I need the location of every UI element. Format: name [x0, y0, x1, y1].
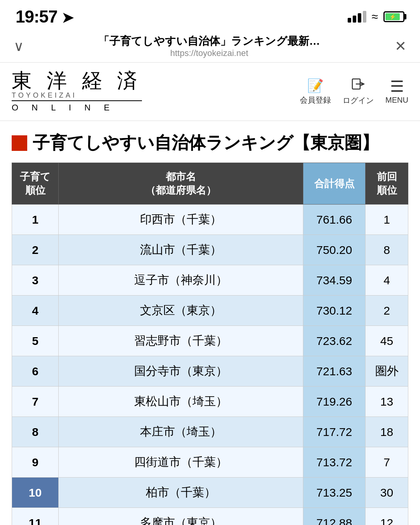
- table-row: 10柏市（千葉）713.2530: [12, 478, 408, 508]
- rank-cell: 4: [12, 296, 59, 326]
- prev-rank-cell: 7: [366, 447, 408, 478]
- table-row: 7東松山市（埼玉）719.2613: [12, 387, 408, 417]
- header-nav: 📝 会員登録 ログイン ☰ MENU: [300, 77, 408, 106]
- rank-cell: 7: [12, 387, 59, 417]
- rank-cell: 11: [12, 508, 59, 525]
- register-icon: 📝: [307, 78, 324, 93]
- prev-rank-cell: 13: [366, 387, 408, 417]
- table-row: 2流山市（千葉）750.208: [12, 235, 408, 265]
- score-cell: 719.26: [303, 387, 366, 417]
- prev-rank-cell: 45: [366, 326, 408, 356]
- logo-kanji: 東 洋 経 済: [12, 70, 142, 91]
- login-button[interactable]: ログイン: [343, 77, 374, 106]
- ranking-title: 子育てしやすい自治体ランキング【東京圏】: [12, 133, 408, 153]
- rank-cell: 8: [12, 417, 59, 447]
- col-header-rank: 子育て 順位: [12, 163, 59, 205]
- score-cell: 730.12: [303, 296, 366, 326]
- city-cell: 東松山市（埼玉）: [59, 387, 303, 417]
- article-section: 子育てしやすい自治体ランキング【東京圏】 子育て 順位 都市名 （都道府県名） …: [0, 121, 420, 525]
- prev-rank-cell: 4: [366, 265, 408, 296]
- city-cell: 文京区（東京）: [59, 296, 303, 326]
- status-time: 19:57 ➤: [16, 7, 73, 26]
- battery-icon: ⚡: [383, 11, 404, 22]
- menu-button[interactable]: ☰ MENU: [385, 79, 408, 105]
- city-cell: 本庄市（埼玉）: [59, 417, 303, 447]
- member-register-button[interactable]: 📝 会員登録: [300, 78, 331, 105]
- prev-rank-cell: 1: [366, 205, 408, 235]
- table-row: 5習志野市（千葉）723.6245: [12, 326, 408, 356]
- location-arrow-icon: ➤: [62, 10, 73, 26]
- score-cell: 761.66: [303, 205, 366, 235]
- menu-label: MENU: [385, 96, 408, 105]
- table-header-row: 子育て 順位 都市名 （都道府県名） 合計得点 前回 順位: [12, 163, 408, 205]
- score-cell: 750.20: [303, 235, 366, 265]
- table-row: 3逗子市（神奈川）734.594: [12, 265, 408, 296]
- col-header-city: 都市名 （都道府県名）: [59, 163, 303, 205]
- prev-rank-cell: 圏外: [366, 356, 408, 387]
- logo-online: O N L I N E: [12, 100, 142, 113]
- city-cell: 習志野市（千葉）: [59, 326, 303, 356]
- prev-rank-cell: 12: [366, 508, 408, 525]
- browser-url: https://toyokeizai.net: [33, 48, 385, 58]
- score-cell: 734.59: [303, 265, 366, 296]
- score-cell: 723.62: [303, 326, 366, 356]
- browser-title-area: 「子育てしやすい自治体」ランキング最新… https://toyokeizai.…: [33, 34, 385, 58]
- table-row: 4文京区（東京）730.122: [12, 296, 408, 326]
- browser-page-title: 「子育てしやすい自治体」ランキング最新…: [33, 34, 385, 48]
- battery-bolt-icon: ⚡: [389, 14, 396, 20]
- city-cell: 流山市（千葉）: [59, 235, 303, 265]
- status-bar: 19:57 ➤ ≈ ⚡: [0, 0, 420, 30]
- logo-roman: TOYOKEIZAI: [12, 91, 142, 100]
- login-icon: [352, 77, 365, 94]
- browser-back-button[interactable]: ∨: [12, 36, 26, 56]
- score-cell: 712.88: [303, 508, 366, 525]
- site-logo[interactable]: 東 洋 経 済 TOYOKEIZAI O N L I N E: [12, 70, 142, 113]
- rank-cell: 5: [12, 326, 59, 356]
- city-cell: 逗子市（神奈川）: [59, 265, 303, 296]
- prev-rank-cell: 18: [366, 417, 408, 447]
- score-cell: 721.63: [303, 356, 366, 387]
- red-square-icon: [12, 135, 27, 151]
- score-cell: 713.72: [303, 447, 366, 478]
- city-cell: 柏市（千葉）: [59, 478, 303, 508]
- city-cell: 四街道市（千葉）: [59, 447, 303, 478]
- wifi-icon: ≈: [372, 10, 378, 23]
- col-header-prev: 前回 順位: [366, 163, 408, 205]
- rank-cell: 6: [12, 356, 59, 387]
- col-header-score: 合計得点: [303, 163, 366, 205]
- status-icons: ≈ ⚡: [348, 10, 404, 23]
- prev-rank-cell: 8: [366, 235, 408, 265]
- rank-cell: 3: [12, 265, 59, 296]
- city-cell: 印西市（千葉）: [59, 205, 303, 235]
- browser-bar: ∨ 「子育てしやすい自治体」ランキング最新… https://toyokeiza…: [0, 30, 420, 63]
- browser-close-button[interactable]: ✕: [393, 36, 408, 56]
- ranking-table: 子育て 順位 都市名 （都道府県名） 合計得点 前回 順位 1印西市（千葉）76…: [12, 163, 408, 525]
- hamburger-icon: ☰: [390, 79, 404, 94]
- login-label: ログイン: [343, 95, 374, 106]
- rank-cell: 1: [12, 205, 59, 235]
- city-cell: 多摩市（東京）: [59, 508, 303, 525]
- rank-cell: 2: [12, 235, 59, 265]
- signal-bars-icon: [348, 11, 366, 23]
- rank-cell: 10: [12, 478, 59, 508]
- table-row: 1印西市（千葉）761.661: [12, 205, 408, 235]
- city-cell: 国分寺市（東京）: [59, 356, 303, 387]
- ranking-title-text: 子育てしやすい自治体ランキング【東京圏】: [33, 133, 379, 153]
- table-row: 6国分寺市（東京）721.63圏外: [12, 356, 408, 387]
- register-label: 会員登録: [300, 95, 331, 105]
- site-header: 東 洋 経 済 TOYOKEIZAI O N L I N E 📝 会員登録 ログ…: [0, 63, 420, 121]
- table-row: 11多摩市（東京）712.8812: [12, 508, 408, 525]
- table-row: 9四街道市（千葉）713.727: [12, 447, 408, 478]
- rank-cell: 9: [12, 447, 59, 478]
- prev-rank-cell: 2: [366, 296, 408, 326]
- score-cell: 713.25: [303, 478, 366, 508]
- prev-rank-cell: 30: [366, 478, 408, 508]
- table-row: 8本庄市（埼玉）717.7218: [12, 417, 408, 447]
- score-cell: 717.72: [303, 417, 366, 447]
